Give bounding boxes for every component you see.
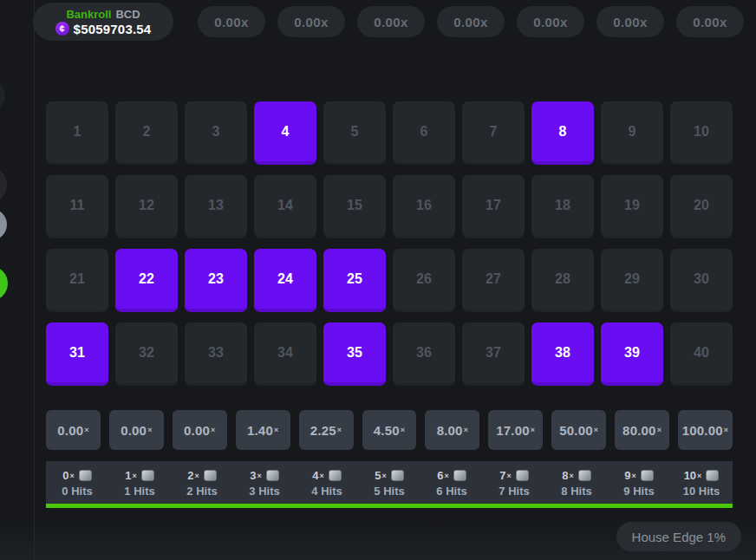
payout-tile: 17.00× xyxy=(488,410,543,450)
number-tile-18[interactable]: 18 xyxy=(531,175,594,238)
number-tile-36[interactable]: 36 xyxy=(393,322,455,386)
number-tile-31[interactable]: 31 xyxy=(46,322,108,386)
hits-bar: 0×0 Hits1×1 Hits2×2 Hits3×3 Hits4×4 Hits… xyxy=(46,461,733,504)
number-tile-32[interactable]: 32 xyxy=(115,322,178,386)
hits-count: 9 xyxy=(624,469,630,482)
times-symbol: × xyxy=(697,472,701,480)
number-tile-13[interactable]: 13 xyxy=(185,175,247,238)
number-tile-33[interactable]: 33 xyxy=(185,322,247,386)
hits-count: 3 xyxy=(250,469,256,482)
number-tile-34[interactable]: 34 xyxy=(254,322,316,386)
times-symbol: × xyxy=(464,426,468,434)
gem-icon xyxy=(204,470,217,481)
times-symbol: × xyxy=(194,472,199,480)
result-multiplier-pill: 0.00x xyxy=(357,6,425,37)
number-tile-1[interactable]: 1 xyxy=(46,101,108,165)
bankroll-pill[interactable]: Bankroll BCD ¢ $5059703.54 xyxy=(33,3,173,41)
hits-cell: 6×6 Hits xyxy=(420,461,483,504)
number-tile-27[interactable]: 27 xyxy=(462,249,525,312)
times-symbol: × xyxy=(211,426,215,434)
times-symbol: × xyxy=(257,472,261,480)
number-tile-21[interactable]: 21 xyxy=(46,249,108,312)
gem-icon xyxy=(641,470,654,481)
number-tile-16[interactable]: 16 xyxy=(393,175,455,238)
result-multiplier-pill: 0.00x xyxy=(198,6,265,37)
result-multiplier-pill: 0.00x xyxy=(437,6,505,37)
hits-cell: 3×3 Hits xyxy=(233,461,296,504)
number-tile-17[interactable]: 17 xyxy=(462,175,525,238)
times-symbol: × xyxy=(84,426,88,434)
number-tile-38[interactable]: 38 xyxy=(531,322,594,386)
times-symbol: × xyxy=(132,472,136,480)
number-tile-10[interactable]: 10 xyxy=(670,101,733,165)
number-tile-40[interactable]: 40 xyxy=(670,322,733,386)
number-tile-9[interactable]: 9 xyxy=(601,101,663,165)
number-tile-7[interactable]: 7 xyxy=(462,101,525,165)
times-symbol: × xyxy=(569,472,573,480)
gem-icon xyxy=(329,470,342,481)
payout-value: 8.00 xyxy=(437,423,463,438)
number-tile-4[interactable]: 4 xyxy=(254,101,316,165)
edge-bubble-gray-icon xyxy=(0,209,7,240)
number-tile-39[interactable]: 39 xyxy=(601,322,663,386)
hits-count-row: 3× xyxy=(250,469,279,482)
gem-icon xyxy=(578,470,591,481)
times-symbol: × xyxy=(319,472,323,480)
number-tile-5[interactable]: 5 xyxy=(323,101,386,165)
number-tile-15[interactable]: 15 xyxy=(323,175,386,238)
payout-value: 50.00 xyxy=(559,423,593,438)
hits-count: 5 xyxy=(375,469,381,482)
payout-value: 0.00 xyxy=(121,423,147,438)
payout-row: 0.00×0.00×0.00×1.40×2.25×4.50×8.00×17.00… xyxy=(46,410,733,450)
number-tile-26[interactable]: 26 xyxy=(393,249,455,312)
number-tile-37[interactable]: 37 xyxy=(462,322,525,386)
hits-cell: 4×4 Hits xyxy=(296,461,358,504)
hits-cell: 8×8 Hits xyxy=(545,461,608,504)
hits-count: 1 xyxy=(125,469,131,482)
payout-tile: 1.40× xyxy=(236,410,290,450)
bankroll-label: Bankroll xyxy=(66,8,111,21)
hits-count-row: 7× xyxy=(499,469,529,482)
number-tile-22[interactable]: 22 xyxy=(115,249,178,312)
number-tile-20[interactable]: 20 xyxy=(670,175,733,238)
number-tile-6[interactable]: 6 xyxy=(393,101,455,165)
payout-value: 2.25 xyxy=(310,423,336,438)
payout-value: 0.00 xyxy=(57,423,83,438)
edge-bubble-icon xyxy=(0,166,7,204)
number-tile-8[interactable]: 8 xyxy=(531,101,594,165)
hits-count-row: 9× xyxy=(624,469,654,482)
hits-label: 9 Hits xyxy=(623,485,654,498)
bankroll-currency: BCD xyxy=(115,8,140,21)
times-symbol: × xyxy=(444,472,448,480)
number-tile-28[interactable]: 28 xyxy=(531,249,594,312)
number-tile-25[interactable]: 25 xyxy=(323,249,386,312)
payout-value: 17.00 xyxy=(496,423,530,438)
coin-glyph: ¢ xyxy=(60,23,65,34)
number-tile-24[interactable]: 24 xyxy=(254,249,316,312)
number-tile-3[interactable]: 3 xyxy=(185,101,247,165)
hits-label: 4 Hits xyxy=(311,485,342,498)
payout-tile: 2.25× xyxy=(299,410,354,450)
times-symbol: × xyxy=(337,426,342,434)
hits-count-row: 4× xyxy=(312,469,342,482)
hits-count-row: 8× xyxy=(562,469,591,482)
payout-tile: 50.00× xyxy=(551,410,606,450)
hits-label: 2 Hits xyxy=(186,485,217,498)
hits-count: 2 xyxy=(187,469,193,482)
number-tile-12[interactable]: 12 xyxy=(115,175,178,238)
payout-tile: 4.50× xyxy=(362,410,417,450)
number-tile-30[interactable]: 30 xyxy=(670,249,733,312)
number-tile-19[interactable]: 19 xyxy=(601,175,663,238)
hits-count-row: 5× xyxy=(375,469,404,482)
times-symbol: × xyxy=(594,426,598,434)
times-symbol: × xyxy=(274,426,278,434)
number-tile-14[interactable]: 14 xyxy=(254,175,316,238)
number-tile-29[interactable]: 29 xyxy=(601,249,663,312)
number-tile-35[interactable]: 35 xyxy=(323,322,386,386)
number-tile-23[interactable]: 23 xyxy=(185,249,247,312)
hits-label: 0 Hits xyxy=(62,485,92,498)
number-tile-11[interactable]: 11 xyxy=(46,175,108,238)
number-tile-2[interactable]: 2 xyxy=(115,101,178,165)
hits-count-row: 2× xyxy=(187,469,217,482)
payout-tile: 0.00× xyxy=(173,410,227,450)
